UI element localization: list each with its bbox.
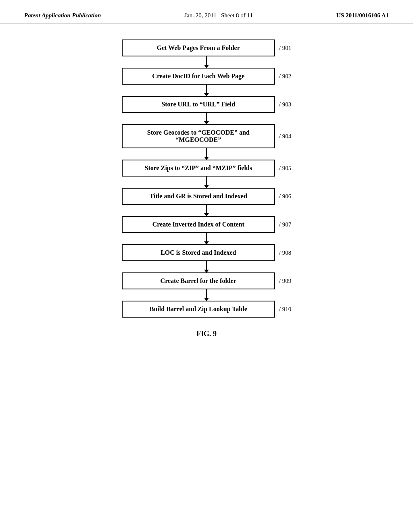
step-907-ref: 907 (279, 221, 291, 228)
step-907-row: Create Inverted Index of Content 907 (122, 216, 291, 233)
header-center: Jan. 20, 2011 Sheet 8 of 11 (184, 12, 253, 19)
page-header: Patent Application Publication Jan. 20, … (0, 0, 413, 23)
step-901-row: Get Web Pages From a Folder 901 (122, 39, 291, 56)
step-904-wrapper: Store Geocodes to “GEOCODE” and “MGEOCOD… (122, 124, 291, 160)
arrow-4 (206, 177, 207, 188)
step-906-box: Title and GR is Stored and Indexed (122, 188, 275, 205)
step-903-row: Store URL to “URL” Field 903 (122, 96, 291, 113)
step-905-box: Store Zips to “ZIP” and “MZIP” fields (122, 160, 275, 177)
arrow-1 (206, 85, 207, 96)
step-901-wrapper: Get Web Pages From a Folder 901 (122, 39, 291, 68)
step-908-row: LOC is Stored and Indexed 908 (122, 244, 291, 261)
step-910-ref: 910 (279, 306, 291, 313)
step-910-row: Build Barrel and Zip Lookup Table 910 (122, 301, 291, 318)
step-910-wrapper: Build Barrel and Zip Lookup Table 910 (122, 301, 291, 318)
diagram-area: Get Web Pages From a Folder 901Create Do… (0, 23, 413, 346)
arrow-5 (206, 205, 207, 216)
step-906-row: Title and GR is Stored and Indexed 906 (122, 188, 291, 205)
step-907-box: Create Inverted Index of Content (122, 216, 275, 233)
step-906-ref: 906 (279, 193, 291, 200)
arrow-7 (206, 261, 207, 272)
step-904-row: Store Geocodes to “GEOCODE” and “MGEOCOD… (122, 124, 291, 148)
header-right: US 2011/0016106 A1 (336, 12, 389, 19)
step-903-wrapper: Store URL to “URL” Field 903 (122, 96, 291, 124)
step-907-wrapper: Create Inverted Index of Content 907 (122, 216, 291, 244)
flow-container: Get Web Pages From a Folder 901Create Do… (106, 39, 307, 318)
step-905-ref: 905 (279, 165, 291, 172)
step-904-ref: 904 (279, 133, 291, 140)
step-901-ref: 901 (279, 45, 291, 52)
step-908-ref: 908 (279, 249, 291, 256)
arrow-8 (206, 289, 207, 301)
step-904-box: Store Geocodes to “GEOCODE” and “MGEOCOD… (122, 124, 275, 148)
header-left: Patent Application Publication (24, 12, 101, 19)
step-901-box: Get Web Pages From a Folder (122, 39, 275, 56)
step-902-box: Create DocID for Each Web Page (122, 68, 275, 85)
step-905-row: Store Zips to “ZIP” and “MZIP” fields 90… (122, 160, 291, 177)
step-902-wrapper: Create DocID for Each Web Page 902 (122, 68, 291, 96)
step-909-ref: 909 (279, 278, 291, 285)
figure-label: FIG. 9 (196, 330, 217, 338)
step-909-wrapper: Create Barrel for the folder 909 (122, 272, 291, 301)
step-903-ref: 903 (279, 101, 291, 108)
step-909-box: Create Barrel for the folder (122, 272, 275, 289)
step-908-wrapper: LOC is Stored and Indexed 908 (122, 244, 291, 272)
arrow-2 (206, 113, 207, 124)
step-902-row: Create DocID for Each Web Page 902 (122, 68, 291, 85)
step-908-box: LOC is Stored and Indexed (122, 244, 275, 261)
step-903-box: Store URL to “URL” Field (122, 96, 275, 113)
step-910-box: Build Barrel and Zip Lookup Table (122, 301, 275, 318)
arrow-0 (206, 56, 207, 68)
arrow-6 (206, 233, 207, 244)
step-902-ref: 902 (279, 73, 291, 80)
step-909-row: Create Barrel for the folder 909 (122, 272, 291, 289)
arrow-3 (206, 148, 207, 160)
step-906-wrapper: Title and GR is Stored and Indexed 906 (122, 188, 291, 216)
step-905-wrapper: Store Zips to “ZIP” and “MZIP” fields 90… (122, 160, 291, 188)
